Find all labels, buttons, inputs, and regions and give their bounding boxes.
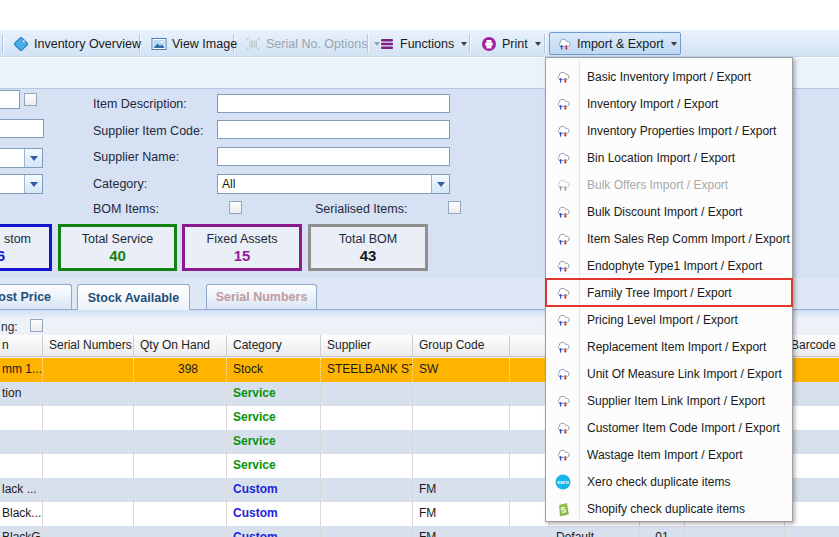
menu-item-bin-location-import-export[interactable]: Bin Location Import / Export: [546, 144, 792, 171]
serialised-items-checkbox[interactable]: [448, 201, 461, 214]
column-header-barcode[interactable]: Barcode: [785, 335, 839, 357]
column-header-serial-numbers[interactable]: Serial Numbers: [43, 335, 134, 357]
column-header-category[interactable]: Category: [227, 335, 321, 357]
menu-item-replacement-item-import-export[interactable]: Replacement Item Import / Export: [546, 333, 792, 360]
toolbar-button-label: Import & Export: [577, 37, 664, 51]
cell: [685, 526, 785, 537]
summary-box-label: Fixed Assets: [207, 232, 278, 247]
cell: Default: [550, 526, 640, 537]
summary-box-label: Total BOM: [339, 232, 397, 247]
toolbar-button-inventory-overview[interactable]: Inventory Overview: [6, 32, 138, 55]
summary-box-value: 15: [234, 247, 251, 264]
menu-icon-slot: [546, 285, 579, 301]
cell: [134, 382, 227, 406]
filter-dropdown-clipped-1[interactable]: [0, 148, 43, 168]
column-header-qty-on-hand[interactable]: Qty On Hand: [134, 335, 227, 357]
dropdown-button[interactable]: [24, 149, 42, 167]
tab-stock-available[interactable]: Stock Available: [77, 284, 190, 310]
column-header-hidden-6[interactable]: [510, 335, 550, 357]
menu-item-shopify-check-duplicate-items[interactable]: SShopify check duplicate items: [546, 495, 792, 522]
summary-box-value: 6: [0, 247, 5, 264]
cell: Service: [227, 406, 321, 430]
toolbar-button-serial-no-options: Serial No. Options: [238, 32, 366, 55]
chevron-down-icon: [671, 42, 677, 46]
cell: [510, 406, 550, 430]
cloud-sync-icon: [555, 366, 571, 382]
cell: STEELBANK ST...: [321, 358, 413, 382]
menu-item-endophyte-type1-import-export[interactable]: Endophyte Type1 Import / Export: [546, 252, 792, 279]
cell: lack ...: [0, 478, 43, 502]
summary-box-label: stom: [4, 232, 31, 247]
menu-item-label: Inventory Properties Import / Export: [579, 124, 776, 138]
supplier-item-code-label: Supplier Item Code:: [93, 124, 203, 138]
category-dropdown[interactable]: All: [217, 174, 450, 194]
tab-r-cost-price[interactable]: r Cost Price: [0, 284, 72, 309]
cloud-sync-icon: [556, 36, 572, 52]
cell: [43, 502, 134, 526]
menu-item-unit-of-measure-link-import-export[interactable]: Unit Of Measure Link Import / Export: [546, 360, 792, 387]
toolbar-button-label: View Image: [172, 37, 237, 51]
menu-item-inventory-import-export[interactable]: Inventory Import / Export: [546, 90, 792, 117]
cloud-sync-icon: [555, 69, 571, 85]
cell: [510, 382, 550, 406]
menu-item-wastage-item-import-export[interactable]: Wastage Item Import / Export: [546, 441, 792, 468]
filter-input-clipped-2[interactable]: [0, 119, 44, 138]
supplier-name-input[interactable]: [217, 147, 450, 166]
menu-item-pricing-level-import-export[interactable]: Pricing Level Import / Export: [546, 306, 792, 333]
dropdown-button[interactable]: [431, 175, 449, 193]
column-header-group-code[interactable]: Group Code: [413, 335, 510, 357]
menu-item-label: Bulk Offers Import / Export: [579, 178, 728, 192]
image-icon: [151, 36, 167, 52]
cell: [321, 502, 413, 526]
cloud-sync-icon: [555, 150, 571, 166]
menu-item-label: Item Sales Rep Comm Import / Export: [579, 232, 790, 246]
summary-box-fixed-assets[interactable]: Fixed Assets15: [182, 224, 302, 271]
menu-item-supplier-item-link-import-export[interactable]: Supplier Item Link Import / Export: [546, 387, 792, 414]
menu-item-customer-item-code-import-export[interactable]: Customer Item Code Import / Export: [546, 414, 792, 441]
bom-items-checkbox[interactable]: [229, 201, 242, 214]
menu-icon-slot: [546, 96, 579, 112]
summary-box-total-bom[interactable]: Total BOM43: [308, 224, 428, 271]
toolbar-button-functions[interactable]: Functions: [372, 32, 464, 55]
cell: [43, 430, 134, 454]
menu-item-item-sales-rep-comm-import-export[interactable]: Item Sales Rep Comm Import / Export: [546, 225, 792, 252]
menu-item-bulk-discount-import-export[interactable]: Bulk Discount Import / Export: [546, 198, 792, 225]
supplier-item-code-input[interactable]: [217, 120, 450, 139]
cloud-sync-icon: [555, 96, 571, 112]
cell: [43, 478, 134, 502]
item-description-input[interactable]: [217, 94, 450, 113]
filter-input-clipped-1[interactable]: [0, 90, 20, 109]
menu-item-xero-check-duplicate-items[interactable]: xeroXero check duplicate items: [546, 468, 792, 495]
summary-box-stom[interactable]: stom6: [0, 224, 52, 271]
table-row[interactable]: BlackGCustomFMDefault01: [0, 526, 839, 537]
cell: [510, 526, 550, 537]
cell: [43, 454, 134, 478]
cell: FM: [413, 478, 510, 502]
window-top-strip: [0, 0, 839, 30]
toolbar-button-print[interactable]: Print: [474, 32, 540, 55]
menu-item-label: Bulk Discount Import / Export: [579, 205, 742, 219]
toolbar-button-import-export[interactable]: Import & Export: [549, 32, 681, 55]
menu-icon-slot: [546, 312, 579, 328]
dropdown-button[interactable]: [24, 175, 42, 193]
summary-box-label: Total Service: [82, 232, 154, 247]
column-header-supplier[interactable]: Supplier: [321, 335, 413, 357]
cell: BlackG: [0, 526, 43, 537]
tab-serial-numbers: Serial Numbers: [206, 284, 317, 309]
cloud-sync-icon: [555, 258, 571, 274]
toolbar-button-view-image[interactable]: View Image: [144, 32, 230, 55]
grid-toggle-checkbox[interactable]: [30, 319, 43, 332]
cell: [321, 382, 413, 406]
menu-item-label: Replacement Item Import / Export: [579, 340, 766, 354]
cell: [0, 454, 43, 478]
menu-item-basic-inventory-import-export[interactable]: Basic Inventory Import / Export: [546, 63, 792, 90]
filter-checkbox-clipped[interactable]: [24, 93, 37, 106]
menu-item-family-tree-import-export[interactable]: Family Tree Import / Export: [546, 279, 792, 306]
column-header-n[interactable]: n: [0, 335, 43, 357]
menu-item-inventory-properties-import-export[interactable]: Inventory Properties Import / Export: [546, 117, 792, 144]
summary-box-total-service[interactable]: Total Service40: [58, 224, 177, 271]
menu-item-bulk-offers-import-export: Bulk Offers Import / Export: [546, 171, 792, 198]
filter-dropdown-clipped-2[interactable]: [0, 174, 43, 194]
cell: [134, 502, 227, 526]
chevron-down-icon: [30, 182, 38, 187]
